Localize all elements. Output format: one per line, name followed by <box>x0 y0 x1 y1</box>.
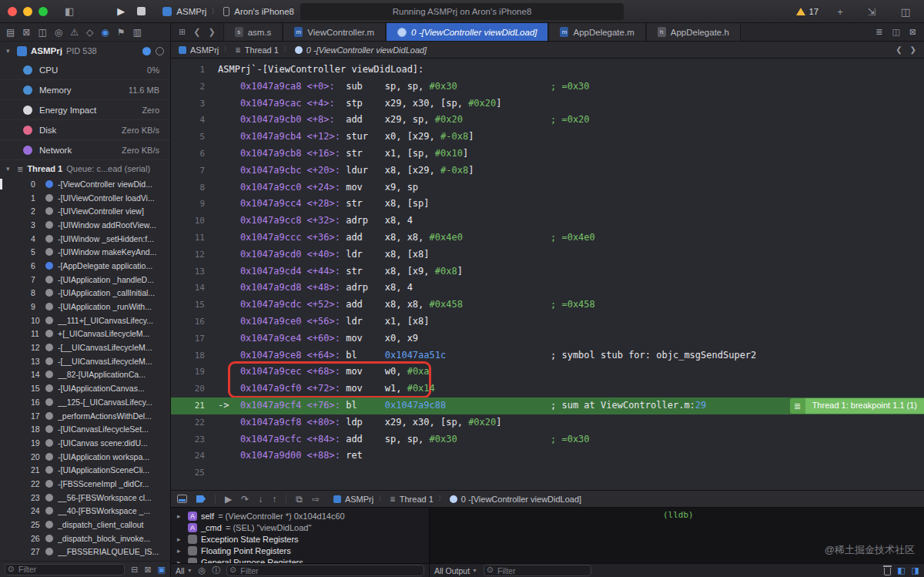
debugbar-crumb-thread[interactable]: ≣ Thread 1 <box>390 495 434 504</box>
asm-line[interactable]: 11 0x1047a9ccc <+36>: add x8, x8, #0x4e0… <box>171 230 924 247</box>
flatten-stack-icon[interactable]: ⊠ <box>144 565 151 575</box>
asm-line[interactable]: 9 0x1047a9cc4 <+28>: str x8, [sp] <box>171 196 924 213</box>
console-scope-selector[interactable]: All Output ▼ <box>434 566 477 575</box>
run-button[interactable]: ▶ <box>117 5 125 17</box>
variable-row[interactable]: ▸Aself= (ViewController *) 0x104d14c60 <box>171 510 429 522</box>
jumpbar-crumb-frame[interactable]: 0 -[ViewController viewDidLoad] <box>295 45 427 55</box>
disclosure-triangle-icon[interactable]: ▾ <box>6 165 13 173</box>
stack-frame-row[interactable]: 22-[FBSSceneImpl _didCr... <box>0 477 170 491</box>
console-output[interactable]: (lldb) @稀土掘金技术社区 <box>430 508 924 563</box>
test-navigator-icon[interactable]: ◇ <box>86 28 93 37</box>
show-only-interesting-icon[interactable]: ▣ <box>158 565 166 575</box>
debugbar-crumb-process[interactable]: ASMPrj <box>333 495 373 504</box>
asm-line[interactable]: 2 0x1047a9ca8 <+0>: sub sp, sp, #0x30; =… <box>171 79 924 96</box>
breakpoint-navigator-icon[interactable]: ⚑ <box>117 28 126 37</box>
stack-frame-row[interactable]: 18-[UICanvasLifecycleSet... <box>0 422 170 436</box>
breakpoint-hit-badge[interactable]: ≣Thread 1: breakpoint 1.1 (1) <box>790 398 924 414</box>
jumpbar-crumb-project[interactable]: ASMPrj <box>179 45 219 55</box>
issue-navigator-icon[interactable]: ⚠ <box>70 28 79 37</box>
simulate-location-icon[interactable]: ⇨ <box>312 495 320 504</box>
asm-line[interactable]: 21-> 0x1047a9cf4 <+76>: bl 0x1047a9c88; … <box>171 398 924 414</box>
memory-graph-icon[interactable] <box>142 47 151 55</box>
gauge-row-network[interactable]: NetworkZero KB/s <box>0 140 170 160</box>
asm-line[interactable]: 24 0x1047a9d00 <+88>: ret <box>171 448 924 465</box>
stack-frame-row[interactable]: 27__FBSSERIALQUEUE_IS... <box>0 545 170 559</box>
stack-frame-row[interactable]: 0-[ViewController viewDid... <box>0 177 170 191</box>
asm-line[interactable]: 16 0x1047a9ce0 <+56>: ldr x1, [x8] <box>171 314 924 330</box>
stack-frame-row[interactable]: 25_dispatch_client_callout <box>0 518 170 532</box>
stack-frame-row[interactable]: 8-[UIApplication _callInitial... <box>0 287 170 300</box>
thread-row[interactable]: ▾ ≣ Thread 1 Queue: c...ead (serial) <box>0 160 170 177</box>
scheme-selector[interactable]: ASMPrj 〉 Aron's iPhone8 <box>162 6 294 17</box>
asm-line[interactable]: 8 0x1047a9cc0 <+24>: mov x9, sp <box>171 179 924 196</box>
clear-console-icon[interactable] <box>884 568 891 575</box>
zoom-window-button[interactable] <box>38 7 48 16</box>
project-navigator-icon[interactable]: ▤ <box>6 28 15 37</box>
stop-button[interactable] <box>137 7 146 15</box>
step-out-icon[interactable]: ↑ <box>272 495 276 504</box>
add-editor-icon[interactable]: ◫ <box>892 27 899 37</box>
toggle-toolbar-icon[interactable]: ◧ <box>65 5 74 17</box>
breakpoints-toggle-icon[interactable] <box>196 495 206 503</box>
step-into-icon[interactable]: ↓ <box>258 495 263 504</box>
asm-line[interactable]: 13 0x1047a9cd4 <+44>: str x8, [x9, #0x8] <box>171 263 924 280</box>
editor-tab[interactable]: hAppDelegate.h <box>646 23 741 41</box>
library-plus-icon[interactable]: + <box>837 6 843 18</box>
back-chevron-icon[interactable]: ❮ <box>193 27 200 37</box>
warning-count-badge[interactable]: 17 <box>796 7 819 16</box>
disclosure-triangle-icon[interactable]: ▸ <box>177 547 184 555</box>
stack-frame-row[interactable]: 20-[UIApplication workspa... <box>0 450 170 464</box>
variables-scope-selector[interactable]: All ▼ <box>176 566 192 575</box>
stack-frame-row[interactable]: 7-[UIApplication _handleD... <box>0 273 170 287</box>
asm-line[interactable]: 6 0x1047a9cb8 <+16>: str x1, [sp, #0x10] <box>171 146 924 163</box>
stack-frame-row[interactable]: 3-[UIWindow addRootView... <box>0 218 170 232</box>
asm-line[interactable]: 25 <box>171 465 924 481</box>
editor-tab[interactable]: sasm.s <box>223 23 283 41</box>
asm-line[interactable]: 3 0x1047a9cac <+4>: stp x29, x30, [sp, #… <box>171 96 924 112</box>
asm-line[interactable]: 17 0x1047a9ce4 <+60>: mov x0, x9 <box>171 330 924 347</box>
stack-frame-row[interactable]: 17_performActionsWithDel... <box>0 409 170 423</box>
asm-line[interactable]: 4 0x1047a9cb0 <+8>: add x29, sp, #0x20; … <box>171 112 924 129</box>
stack-frame-row[interactable]: 24__40-[FBSWorkspace _... <box>0 505 170 518</box>
stack-frame-row[interactable]: 16__125-[_UICanvasLifecy... <box>0 395 170 409</box>
report-navigator-icon[interactable]: ▥ <box>132 28 141 37</box>
quicklook-icon[interactable]: ◎ <box>199 565 206 575</box>
hide-debug-area-icon[interactable] <box>177 495 187 503</box>
asm-line[interactable]: 7 0x1047a9cbc <+20>: ldur x8, [x29, #-0x… <box>171 163 924 179</box>
editor-tab[interactable]: mAppDelegate.m <box>548 23 645 41</box>
variables-filter-input[interactable] <box>226 565 424 576</box>
asm-line[interactable]: 14 0x1047a9cd8 <+48>: adrp x8, 4 <box>171 280 924 297</box>
asm-line[interactable]: 15 0x1047a9cdc <+52>: add x8, x8, #0x458… <box>171 297 924 314</box>
related-items-icon[interactable]: ⊞ <box>179 27 186 37</box>
info-icon[interactable]: ⓘ <box>212 565 220 576</box>
forward-chevron-icon[interactable]: ❯ <box>910 45 916 54</box>
symbol-navigator-icon[interactable]: ◫ <box>38 28 46 37</box>
stack-frame-row[interactable]: 2-[UIViewController view] <box>0 204 170 218</box>
stack-frame-row[interactable]: 1-[UIViewController loadVi... <box>0 191 170 205</box>
close-editor-icon[interactable]: ⊠ <box>909 27 916 37</box>
editor-panes-icon[interactable]: ◫ <box>901 6 910 18</box>
debug-navigator-icon[interactable]: ◉ <box>101 28 109 37</box>
stack-frame-row[interactable]: 15-[UIApplicationCanvas... <box>0 381 170 395</box>
view-hierarchy-icon[interactable]: ⧉ <box>296 495 303 504</box>
stack-frame-row[interactable]: 4-[UIWindow _setHidden:f... <box>0 232 170 246</box>
stack-frame-row[interactable]: 9-[UIApplication _runWith... <box>0 300 170 314</box>
asm-line[interactable]: 19 0x1047a9cec <+68>: mov w0, #0xa <box>171 364 924 381</box>
disclosure-triangle-icon[interactable]: ▾ <box>6 47 13 55</box>
variable-row[interactable]: ▸Exception State Registers <box>171 533 429 545</box>
stack-frame-row[interactable]: 23__56-[FBSWorkspace cl... <box>0 491 170 505</box>
back-chevron-icon[interactable]: ❮ <box>896 45 902 54</box>
show-variables-view-icon[interactable]: ◧ <box>897 565 905 575</box>
gauge-row-memory[interactable]: Memory11.6 MB <box>0 80 170 100</box>
show-crashed-threads-icon[interactable]: ⊟ <box>131 565 138 575</box>
disclosure-triangle-icon[interactable]: ▸ <box>177 535 184 543</box>
variable-row[interactable]: A_cmd= (SEL) "viewDidLoad" <box>171 522 429 533</box>
source-control-icon[interactable]: ⊠ <box>22 28 30 37</box>
resize-editor-icon[interactable]: ⇲ <box>868 6 876 18</box>
gauge-row-cpu[interactable]: CPU0% <box>0 60 170 80</box>
disclosure-triangle-icon[interactable]: ▸ <box>177 512 184 520</box>
stack-frame-row[interactable]: 10__111+[_UICanvasLifecy... <box>0 314 170 327</box>
forward-chevron-icon[interactable]: ❯ <box>208 27 215 37</box>
asm-line[interactable]: 20 0x1047a9cf0 <+72>: mov w1, #0x14 <box>171 381 924 398</box>
search-icon[interactable]: ◎ <box>55 28 62 37</box>
